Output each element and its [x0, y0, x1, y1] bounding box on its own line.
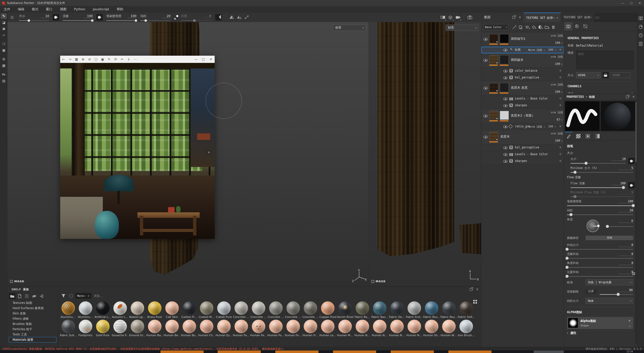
material-item[interactable]: Human W… — [440, 319, 457, 337]
split-view-icon[interactable]: ∨ — [439, 14, 447, 21]
sidebar-item-tools[interactable]: Tools 工具 — [9, 332, 56, 337]
taskbar-app[interactable] — [534, 350, 564, 353]
menu-item-编辑[interactable]: 编辑 — [14, 6, 28, 13]
particles-tool-icon[interactable]: ⚙ — [1, 56, 7, 62]
material-item[interactable]: Human Sh… — [423, 319, 440, 337]
property-slider-抖动大小[interactable]: 抖动大小0 — [567, 243, 633, 250]
property-slider-大小[interactable]: 大小10 — [571, 157, 633, 164]
close-panel-icon[interactable]: × — [632, 95, 635, 99]
layer-content-thumbnail[interactable] — [489, 34, 498, 43]
effect-opacity[interactable]: 100 ∨ — [548, 48, 556, 51]
camera-video-icon[interactable]: ∨ — [454, 14, 462, 21]
crop-icon[interactable]: ✂ — [119, 56, 125, 63]
material-item[interactable]: Human Ba… — [146, 319, 163, 337]
material-item[interactable]: Calf Skin — [163, 300, 181, 319]
material-item[interactable]: Concrete … — [267, 300, 284, 319]
angle-control[interactable]: 角度0 — [567, 218, 633, 234]
slider-track[interactable] — [571, 172, 633, 173]
visibility-eye-icon[interactable] — [503, 104, 508, 107]
pen-pressure-icon[interactable] — [628, 158, 635, 164]
slider-handle[interactable] — [574, 195, 577, 198]
remove-effect-icon[interactable]: × — [559, 104, 561, 107]
size-dropdown[interactable]: 4096∨ — [576, 72, 601, 78]
material-item[interactable]: Human Fo… — [284, 319, 302, 337]
menu-item-视图[interactable]: 视图 — [56, 6, 70, 13]
slider-handle[interactable] — [632, 204, 635, 207]
zoom-out-icon[interactable]: ⊖ — [86, 56, 93, 63]
layer-blend-mode[interactable]: orm 法线 — [551, 55, 563, 59]
layer-row[interactable]: 底层木2（变脏）orm 法线67∨ — [481, 109, 564, 123]
layer-opacity[interactable]: 100∨ — [555, 139, 562, 142]
visibility-eye-icon[interactable] — [484, 38, 488, 41]
filter-funnel-icon[interactable] — [60, 293, 66, 299]
taskbar-app-flashing[interactable] — [160, 350, 204, 353]
properties-scrollbar[interactable] — [635, 101, 637, 344]
material-item[interactable]: Human N… — [388, 319, 406, 337]
angle-dial[interactable] — [587, 220, 599, 232]
remove-filter-icon[interactable]: × — [87, 294, 90, 298]
slider-handle[interactable] — [566, 275, 569, 278]
material-item[interactable]: Human Be… — [163, 319, 181, 337]
brush-flow-slider[interactable] — [63, 20, 93, 21]
layer-row[interactable]: 底层木 发黑orm 法线100∨ — [481, 81, 564, 96]
open-folder-icon[interactable]: ▣ — [99, 56, 106, 63]
layer-effect-row[interactable]: Ssharpen× — [481, 102, 564, 109]
smart-material-icon[interactable] — [518, 24, 524, 30]
remove-effect-icon[interactable]: × — [559, 146, 561, 149]
property-slider-流量抖动[interactable]: 流量抖动0 — [567, 252, 633, 259]
remove-alpha-icon[interactable]: × — [628, 319, 631, 322]
viewport-3d[interactable]: ←→▦⊕⊖▢▣✎⟳✂⇓⋯—□✕ › — [8, 22, 369, 286]
visibility-eye-icon[interactable] — [503, 98, 508, 100]
layer-content-thumbnail[interactable] — [489, 83, 498, 92]
layer-blend-mode[interactable]: orm 法线 — [551, 132, 563, 135]
layer-effect-row[interactable]: Shsl_perceptive× — [481, 144, 564, 151]
alpha-tab-icon[interactable] — [574, 132, 583, 140]
brush-tab-icon[interactable] — [564, 132, 574, 140]
mask-checkbox-icon[interactable] — [371, 280, 374, 283]
layer-content-thumbnail[interactable] — [489, 55, 498, 64]
layer-row[interactable]: 局部细节2orm 法线100∨ — [481, 32, 564, 47]
taskbar-app-flashing[interactable] — [275, 350, 318, 353]
slider-handle[interactable] — [566, 266, 569, 269]
material-item[interactable]: Gold Pure — [94, 319, 111, 337]
material-item[interactable]: Concrete … — [232, 300, 250, 319]
remove-effect-icon[interactable]: × — [559, 97, 561, 100]
mask-toggle-3d[interactable]: MASK — [10, 280, 24, 283]
smudge-tool-icon[interactable]: ❍ — [1, 41, 7, 47]
material-item[interactable]: Fabric Bas… — [371, 300, 388, 319]
next-image-arrow[interactable]: › — [206, 149, 212, 156]
minimize-button[interactable]: — — [192, 56, 200, 63]
magic-wand-icon[interactable] — [511, 24, 518, 30]
brush-flow-control[interactable]: 流量 100 — [63, 14, 93, 21]
layer-content-thumbnail[interactable] — [489, 111, 498, 120]
material-item[interactable]: Fabric Rou… — [423, 300, 440, 319]
add-layer-icon[interactable] — [524, 24, 531, 30]
material-item[interactable]: Denim Rivet — [336, 300, 354, 319]
polygon-fill-tool-icon[interactable]: ▱ — [1, 32, 7, 38]
material-item[interactable]: Aluminiu… — [77, 300, 94, 319]
symmetry-icon[interactable] — [228, 14, 235, 21]
property-value[interactable]: 0 — [619, 252, 633, 256]
set-settings-icon[interactable] — [564, 22, 573, 31]
fit-view-icon[interactable]: ▢ — [93, 56, 99, 63]
material-item[interactable]: Fabric Suit… — [59, 319, 77, 337]
brush-spacing-control[interactable]: 间距 20 — [140, 14, 171, 21]
lazy-mouse-icon[interactable] — [243, 14, 251, 21]
visibility-eye-icon[interactable] — [503, 146, 508, 149]
layer-mask-thumbnail[interactable] — [500, 83, 509, 92]
visibility-eye-icon[interactable] — [503, 160, 508, 163]
close-button[interactable]: ✕ — [635, 0, 644, 6]
material-item[interactable]: Footprints — [77, 319, 94, 337]
slider-track[interactable] — [567, 258, 633, 259]
close-panel-icon[interactable]: × — [476, 288, 478, 291]
sidebar-item-textures[interactable]: Textures 贴图 — [9, 300, 56, 305]
add-folder-icon[interactable] — [544, 24, 550, 30]
brush-flow-value[interactable]: 100 — [84, 14, 93, 18]
layer-effect-row[interactable]: ✎绘画Norm 法线 ∨100 ∨× — [481, 47, 564, 53]
brush-shape-icon[interactable]: ✩ — [9, 14, 15, 20]
material-item[interactable]: Human M… — [336, 319, 354, 337]
alpha-resource-card[interactable]: Alpha透贴Shape×∨ — [567, 317, 633, 329]
toggle-button[interactable]: 关闭 — [586, 236, 633, 240]
add-fill-icon[interactable] — [531, 24, 537, 30]
layer-opacity[interactable]: 100∨ — [555, 62, 562, 66]
